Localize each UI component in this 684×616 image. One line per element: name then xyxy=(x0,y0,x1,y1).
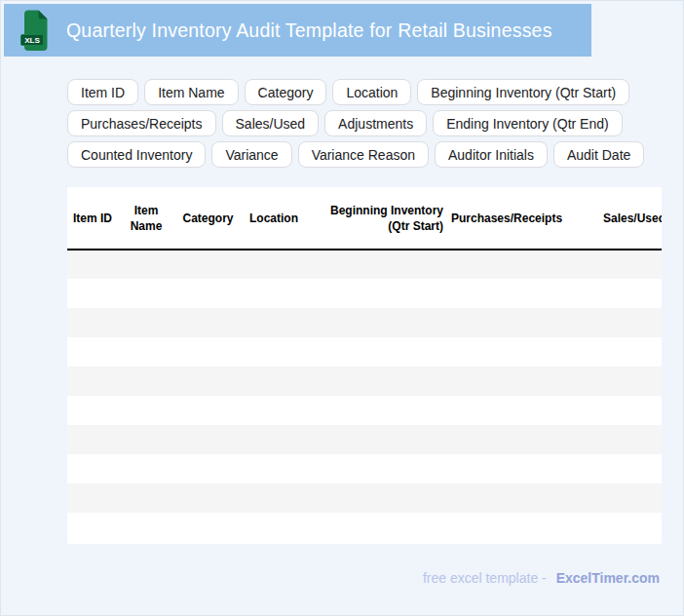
table-cell xyxy=(240,250,308,279)
table-cell xyxy=(116,513,176,542)
table-cell xyxy=(67,483,116,513)
chip-row-1: Item IDItem NameCategoryLocationBeginnin… xyxy=(67,79,644,105)
column-header-purchases-receipts: Purchases/Receipts xyxy=(447,187,564,250)
table-cell xyxy=(176,454,240,483)
table-cell xyxy=(447,483,564,513)
table-cell xyxy=(308,454,447,483)
table-cell xyxy=(564,366,662,396)
chip-category[interactable]: Category xyxy=(245,79,327,105)
table-cell xyxy=(240,483,308,513)
footer: free excel template - ExcelTimer.com xyxy=(423,570,660,586)
chip-row-3: Counted InventoryVarianceVariance Reason… xyxy=(67,141,644,168)
table-cell xyxy=(308,250,447,279)
table-row xyxy=(67,425,662,454)
table-cell xyxy=(308,366,447,396)
table-row xyxy=(67,483,662,513)
table-cell xyxy=(176,425,240,454)
table-cell xyxy=(308,483,447,513)
footer-text: free excel template - xyxy=(423,570,547,586)
table-cell xyxy=(447,513,564,542)
table-cell xyxy=(176,483,240,513)
table-cell xyxy=(176,396,240,425)
table-cell xyxy=(240,337,308,366)
table-cell xyxy=(116,250,176,279)
table-cell xyxy=(240,308,308,337)
table-cell xyxy=(67,337,116,366)
table-cell xyxy=(564,337,662,366)
chips-section: Item IDItem NameCategoryLocationBeginnin… xyxy=(67,79,644,168)
table-cell xyxy=(564,250,662,279)
chip-variance[interactable]: Variance xyxy=(211,141,291,168)
chip-item-name[interactable]: Item Name xyxy=(144,79,238,105)
table-row xyxy=(67,366,662,396)
column-header-beginning-inventory-qtr-start: Beginning Inventory (Qtr Start) xyxy=(308,187,447,250)
table-cell xyxy=(116,483,176,513)
chip-location[interactable]: Location xyxy=(332,79,411,105)
chip-ending-inventory-qtr-end[interactable]: Ending Inventory (Qtr End) xyxy=(433,110,623,136)
xls-icon-label: XLS xyxy=(24,36,40,45)
table-cell xyxy=(564,308,662,337)
table-row xyxy=(67,250,662,279)
chip-beginning-inventory-qtr-start[interactable]: Beginning Inventory (Qtr Start) xyxy=(417,79,629,105)
column-header-category: Category xyxy=(176,187,240,250)
table-row xyxy=(67,396,662,425)
table-row xyxy=(67,337,662,366)
table-cell xyxy=(308,308,447,337)
table-cell xyxy=(176,250,240,279)
table-cell xyxy=(308,396,447,425)
table-container: Item IDItem NameCategoryLocationBeginnin… xyxy=(67,187,662,544)
table-cell xyxy=(240,454,308,483)
table-cell xyxy=(308,279,447,308)
data-table: Item IDItem NameCategoryLocationBeginnin… xyxy=(67,187,662,542)
table-cell xyxy=(308,513,447,542)
chip-auditor-initials[interactable]: Auditor Initials xyxy=(435,141,548,168)
chip-purchases-receipts[interactable]: Purchases/Receipts xyxy=(67,110,216,136)
column-header-item-id: Item ID xyxy=(67,187,116,250)
table-cell xyxy=(308,337,447,366)
table-cell xyxy=(240,513,308,542)
table-cell xyxy=(116,454,176,483)
table-cell xyxy=(240,396,308,425)
chip-adjustments[interactable]: Adjustments xyxy=(324,110,427,136)
table-cell xyxy=(67,454,116,483)
chip-audit-date[interactable]: Audit Date xyxy=(553,141,644,168)
table-cell xyxy=(240,425,308,454)
table-cell xyxy=(447,279,564,308)
table-cell xyxy=(67,250,116,279)
page: XLS Quarterly Inventory Audit Template f… xyxy=(0,0,684,616)
table-cell xyxy=(447,250,564,279)
table-cell xyxy=(564,396,662,425)
chip-counted-inventory[interactable]: Counted Inventory xyxy=(67,141,206,168)
table-row xyxy=(67,308,662,337)
table-cell xyxy=(308,425,447,454)
table-cell xyxy=(176,513,240,542)
table-cell xyxy=(564,483,662,513)
chip-sales-used[interactable]: Sales/Used xyxy=(222,110,320,136)
table-cell xyxy=(564,454,662,483)
table-cell xyxy=(447,366,564,396)
brand-link[interactable]: ExcelTimer.com xyxy=(556,570,660,586)
table-cell xyxy=(116,337,176,366)
table-cell xyxy=(67,279,116,308)
table-header-row: Item IDItem NameCategoryLocationBeginnin… xyxy=(67,187,662,250)
table-row xyxy=(67,513,662,542)
table-cell xyxy=(447,454,564,483)
table-cell xyxy=(176,366,240,396)
table-cell xyxy=(447,337,564,366)
column-header-item-name: Item Name xyxy=(116,187,176,250)
page-title: Quarterly Inventory Audit Template for R… xyxy=(66,19,552,42)
table-cell xyxy=(240,366,308,396)
chip-item-id[interactable]: Item ID xyxy=(67,79,138,105)
table-cell xyxy=(176,308,240,337)
table-cell xyxy=(176,279,240,308)
table-cell xyxy=(447,425,564,454)
chip-variance-reason[interactable]: Variance Reason xyxy=(298,141,429,168)
table-cell xyxy=(116,396,176,425)
table-cell xyxy=(564,513,662,542)
table-cell xyxy=(67,396,116,425)
table-cell xyxy=(564,279,662,308)
table-cell xyxy=(67,366,116,396)
table-cell xyxy=(564,425,662,454)
table-cell xyxy=(116,425,176,454)
table-cell xyxy=(67,513,116,542)
